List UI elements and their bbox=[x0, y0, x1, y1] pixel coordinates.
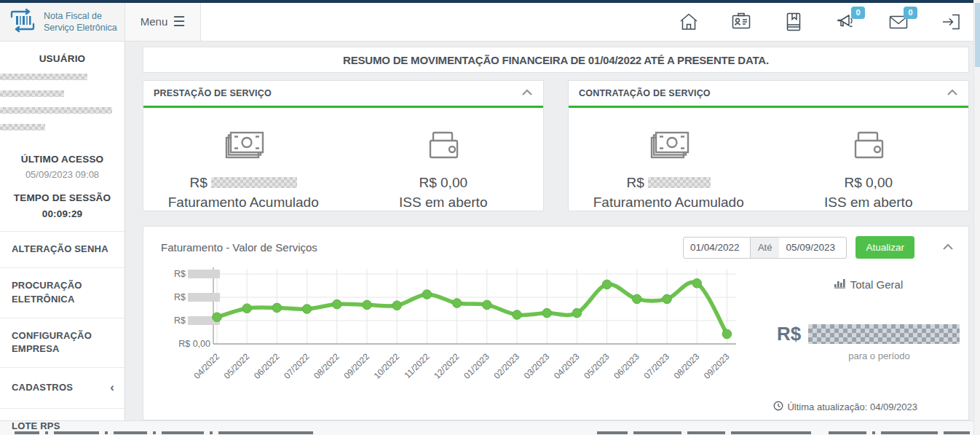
sidebar-item-label: ALTERAÇÃO SENHA bbox=[12, 243, 114, 256]
iss-em-aberto-label: ISS em aberto bbox=[769, 195, 969, 211]
hamburger-icon: ☰ bbox=[173, 15, 185, 28]
vertical-scrollbar[interactable] bbox=[973, 0, 980, 435]
total-geral-summary: Total Geral R$ para o período bbox=[768, 262, 968, 394]
collapse-chevron-up-icon[interactable] bbox=[942, 241, 954, 254]
last-update-text: Última atualização: 04/09/2023 bbox=[787, 401, 917, 412]
svg-text:R$: R$ bbox=[174, 269, 186, 279]
svg-text:06/2022: 06/2022 bbox=[252, 351, 282, 381]
redacted-total-value bbox=[808, 324, 960, 344]
wallet-icon bbox=[845, 153, 893, 165]
panel-prestacao-de-servico: PRESTAÇÃO DE SERVIÇO bbox=[143, 80, 544, 211]
total-period-label: para o período bbox=[768, 350, 968, 361]
date-range-separator: Até bbox=[751, 237, 780, 259]
manual-book-icon[interactable] bbox=[783, 11, 805, 33]
svg-text:01/2023: 01/2023 bbox=[462, 351, 491, 381]
svg-text:11/2022: 11/2022 bbox=[403, 351, 432, 380]
last-access-value: 05/09/2023 09:08 bbox=[0, 169, 125, 180]
svg-text:10/2022: 10/2022 bbox=[372, 351, 402, 381]
iss-em-aberto-label: ISS em aberto bbox=[344, 195, 544, 211]
svg-text:09/2022: 09/2022 bbox=[342, 351, 372, 381]
user-info-redacted bbox=[0, 74, 125, 141]
svg-text:02/2023: 02/2023 bbox=[492, 351, 522, 381]
svg-text:04/2022: 04/2022 bbox=[192, 351, 222, 381]
id-card-icon[interactable] bbox=[730, 11, 752, 33]
svg-text:07/2023: 07/2023 bbox=[642, 351, 672, 381]
user-section-heading: USUÁRIO bbox=[0, 53, 125, 64]
wallet-icon bbox=[419, 153, 467, 165]
scrollbar-thumb[interactable] bbox=[975, 3, 980, 67]
session-value: 00:09:29 bbox=[0, 208, 125, 219]
svg-text:R$ 0,00: R$ 0,00 bbox=[178, 339, 210, 349]
footer-clipped-text bbox=[0, 420, 973, 435]
panel-contratacao-de-servico: CONTRATAÇÃO DE SERVIÇO bbox=[568, 80, 969, 211]
panel-title: CONTRATAÇÃO DE SERVIÇO bbox=[579, 88, 947, 98]
svg-text:R$: R$ bbox=[174, 316, 186, 326]
messages-badge: 0 bbox=[904, 7, 917, 19]
financial-summary-banner: RESUMO DE MOVIMENTAÇÃO FINANCEIRA DE 01/… bbox=[143, 47, 969, 73]
faturamento-chart-panel: Faturamento - Valor de Serviços Até Atua… bbox=[143, 226, 969, 420]
faturamento-acumulado-value: R$ bbox=[569, 175, 769, 191]
total-geral-value: R$ bbox=[768, 323, 968, 345]
session-heading: TEMPO DE SESSÃO bbox=[0, 192, 125, 203]
last-access-heading: ÚLTIMO ACESSO bbox=[0, 154, 125, 165]
announcements-megaphone-icon[interactable]: 0 bbox=[835, 11, 857, 33]
messages-envelope-icon[interactable]: 0 bbox=[888, 11, 909, 33]
banknotes-icon bbox=[644, 153, 692, 165]
top-accent-bar bbox=[0, 0, 980, 3]
svg-text:08/2022: 08/2022 bbox=[312, 351, 341, 381]
home-icon[interactable] bbox=[678, 11, 700, 33]
svg-text:05/2022: 05/2022 bbox=[222, 351, 252, 381]
svg-text:12/2022: 12/2022 bbox=[432, 351, 462, 381]
svg-text:06/2023: 06/2023 bbox=[612, 351, 641, 381]
app-title: Nota Fiscal de Serviço Eletrônica bbox=[44, 10, 119, 34]
faturamento-acumulado-label: Faturamento Acumulado bbox=[569, 195, 769, 211]
barcode-logo-icon bbox=[7, 7, 38, 36]
collapse-chevron-up-icon[interactable] bbox=[947, 87, 958, 100]
faturamento-line-chart: R$ 0,00R$R$R$04/202205/202206/202207/202… bbox=[143, 262, 768, 394]
last-update: Última atualização: 04/09/2023 bbox=[773, 401, 917, 413]
sidebar-item-label: LOTE RPS bbox=[12, 420, 114, 434]
sidebar-item-label: PROCURAÇÃO ELETRÔNICA bbox=[12, 279, 114, 307]
svg-text:08/2023: 08/2023 bbox=[672, 351, 702, 381]
redacted-value bbox=[211, 177, 297, 188]
announcements-badge: 0 bbox=[851, 7, 865, 19]
sidebar: USUÁRIO ÚLTIMO ACESSO 05/09/2023 09:08 T… bbox=[0, 42, 125, 420]
sidebar-item-procura-o-eletr-nica[interactable]: PROCURAÇÃO ELETRÔNICA bbox=[0, 267, 125, 318]
panel-title: PRESTAÇÃO DE SERVIÇO bbox=[154, 88, 521, 98]
svg-text:05/2023: 05/2023 bbox=[582, 351, 612, 381]
app-logo: Nota Fiscal de Serviço Eletrônica bbox=[0, 0, 125, 41]
iss-em-aberto-value: R$ 0,00 bbox=[344, 175, 544, 191]
chevron-collapse-icon: ‹ bbox=[110, 379, 114, 397]
logout-icon[interactable] bbox=[940, 11, 962, 33]
faturamento-acumulado-value: R$ bbox=[143, 175, 344, 191]
sidebar-item-label: CADASTROS bbox=[12, 381, 107, 395]
date-to-input[interactable] bbox=[779, 237, 847, 259]
sidebar-item-cadastros[interactable]: CADASTROS‹ bbox=[0, 367, 125, 408]
collapse-chevron-up-icon[interactable] bbox=[521, 87, 533, 100]
bar-chart-icon bbox=[834, 278, 846, 291]
atualizar-button[interactable]: Atualizar bbox=[855, 236, 914, 259]
svg-text:03/2023: 03/2023 bbox=[522, 351, 552, 381]
svg-text:09/2023: 09/2023 bbox=[702, 351, 732, 381]
banknotes-icon bbox=[219, 153, 267, 165]
redacted-value bbox=[648, 177, 711, 188]
svg-text:R$: R$ bbox=[174, 292, 186, 302]
sidebar-item-lote-rps[interactable]: LOTE RPS bbox=[0, 408, 125, 435]
svg-text:07/2022: 07/2022 bbox=[282, 351, 312, 381]
sidebar-item-altera-o-senha[interactable]: ALTERAÇÃO SENHA bbox=[0, 231, 125, 267]
app-header: Nota Fiscal de Serviço Eletrônica Menu ☰… bbox=[0, 0, 973, 42]
svg-text:04/2023: 04/2023 bbox=[552, 351, 582, 381]
date-range-group: Até bbox=[683, 237, 847, 259]
sidebar-item-label: CONFIGURAÇÃO EMPRESA bbox=[12, 329, 114, 357]
main-content: RESUMO DE MOVIMENTAÇÃO FINANCEIRA DE 01/… bbox=[125, 42, 973, 420]
date-from-input[interactable] bbox=[683, 237, 751, 259]
faturamento-acumulado-label: Faturamento Acumulado bbox=[143, 195, 344, 211]
menu-label: Menu bbox=[141, 15, 168, 28]
sidebar-item-configura-o-empresa[interactable]: CONFIGURAÇÃO EMPRESA bbox=[0, 318, 125, 368]
sidebar-menu: ALTERAÇÃO SENHAPROCURAÇÃO ELETRÔNICACONF… bbox=[0, 231, 125, 435]
clock-icon bbox=[773, 401, 783, 413]
chart-title: Faturamento - Valor de Serviços bbox=[161, 241, 683, 254]
total-geral-label: Total Geral bbox=[850, 278, 904, 291]
menu-button[interactable]: Menu ☰ bbox=[125, 0, 201, 41]
iss-em-aberto-value: R$ 0,00 bbox=[769, 175, 969, 191]
